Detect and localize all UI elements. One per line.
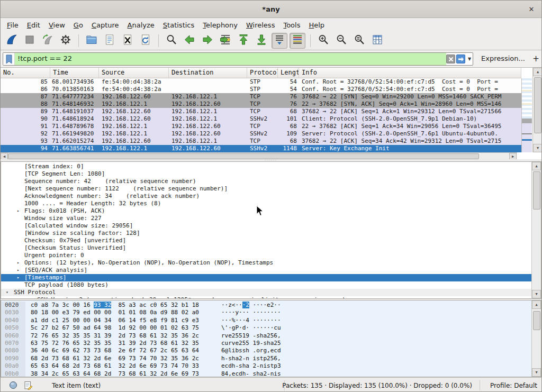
packet-list-vscrollbar[interactable]: ▲ ▼ bbox=[532, 68, 542, 152]
scroll-up-icon[interactable]: ▲ bbox=[533, 68, 542, 76]
detail-line-flags[interactable]: ▸Flags: 0x018 (PSH, ACK) bbox=[1, 207, 541, 215]
scroll-down-icon[interactable]: ▼ bbox=[533, 144, 542, 152]
hex-row[interactable]: 007063 75 72 76 65 32 35 35 31 39 2d 73 … bbox=[1, 340, 541, 347]
detail-line-timestamps-selected[interactable]: ▸[Timestamps] bbox=[1, 274, 533, 281]
stop-capture-button[interactable] bbox=[22, 33, 38, 49]
go-to-packet-button[interactable] bbox=[218, 33, 233, 49]
find-packet-button[interactable] bbox=[164, 33, 179, 49]
packet-list-minimap[interactable] bbox=[521, 78, 532, 152]
detail-line[interactable]: Checksum: 0x79ed [unverified] bbox=[1, 237, 541, 244]
hex-row[interactable]: 00b038 34 2c 65 63 64 68 2d 73 68 61 32 … bbox=[1, 370, 541, 377]
detail-line[interactable]: Acknowledgment number: 34 (relative ack … bbox=[1, 193, 541, 200]
packet-row-85[interactable]: 8568.001734936fe:54:00:d4:38:2aSTP54Conf… bbox=[1, 78, 521, 86]
save-file-button[interactable] bbox=[102, 33, 118, 49]
scroll-thumb[interactable] bbox=[533, 171, 540, 209]
auto-scroll-toggle-button[interactable] bbox=[272, 33, 287, 49]
detail-line[interactable]: [Next sequence number: 1122 (relative se… bbox=[1, 185, 541, 193]
capture-comment-icon[interactable] bbox=[24, 381, 33, 391]
column-header-time[interactable]: Time bbox=[50, 68, 99, 78]
filter-input[interactable]: !tcp.port == 22 bbox=[15, 53, 446, 65]
menu-wireless[interactable]: Wireless bbox=[242, 20, 279, 31]
column-header-source[interactable]: Source bbox=[99, 68, 169, 78]
packet-row-87[interactable]: 8771.647777234192.168.122.60192.168.122.… bbox=[1, 93, 521, 101]
menu-telephony[interactable]: Telephony bbox=[198, 20, 242, 31]
detail-line-ssh-protocol[interactable]: ▾SSH Protocol bbox=[1, 289, 533, 296]
packet-list-hscrollbar[interactable]: ◀ ▶ bbox=[1, 152, 517, 160]
menu-statistics[interactable]: Statistics bbox=[159, 20, 198, 31]
hex-row[interactable]: 0020 c0 a8 7a 3c 00 16 93 32 85 a3 ac c0… bbox=[1, 302, 541, 309]
detail-line-seq-ack[interactable]: ▸[SEQ/ACK analysis] bbox=[1, 267, 541, 274]
detail-line[interactable]: [TCP Segment Len: 1080] bbox=[1, 170, 541, 178]
close-file-button[interactable] bbox=[120, 33, 136, 49]
reload-file-button[interactable] bbox=[138, 33, 153, 49]
hex-row[interactable]: 008036 40 6c 69 62 73 73 68 2e 6f 72 67 … bbox=[1, 347, 541, 354]
column-header-info[interactable]: Info bbox=[299, 68, 521, 78]
go-to-top-button[interactable] bbox=[236, 33, 251, 49]
zoom-original-button[interactable] bbox=[351, 33, 367, 49]
menu-file[interactable]: File bbox=[3, 20, 23, 31]
menu-tools[interactable]: Tools bbox=[279, 20, 304, 31]
profile-text[interactable]: Profile: Default bbox=[490, 382, 537, 389]
detail-line[interactable]: [Calculated window size: 29056] bbox=[1, 222, 541, 230]
packet-row-88[interactable]: 8871.648146932192.168.122.1192.168.122.6… bbox=[1, 101, 521, 108]
scroll-thumb[interactable] bbox=[534, 77, 541, 133]
start-capture-button[interactable] bbox=[4, 33, 20, 49]
resize-columns-button[interactable] bbox=[369, 33, 385, 49]
hex-row[interactable]: 00a065 63 64 68 2d 73 68 61 32 2d 6e 69 … bbox=[1, 362, 541, 370]
menu-view[interactable]: View bbox=[44, 20, 69, 31]
detail-line[interactable]: Sequence number: 42 (relative sequence n… bbox=[1, 178, 541, 185]
packet-row-94-selected[interactable]: 9471.663856741192.168.122.1192.168.122.6… bbox=[1, 145, 521, 152]
packet-row-91[interactable]: 9171.648789678192.168.122.1192.168.122.6… bbox=[1, 123, 521, 130]
display-filter-field[interactable]: !tcp.port == 22 ▼ bbox=[3, 52, 473, 66]
scroll-up-icon[interactable]: ▲ bbox=[532, 162, 541, 170]
scroll-up-icon[interactable]: ▲ bbox=[532, 300, 541, 309]
detail-line[interactable]: Window size value: 227 bbox=[1, 215, 541, 222]
packet-row-93[interactable]: 9371.662015274192.168.122.60192.168.122.… bbox=[1, 138, 521, 145]
packet-row-89[interactable]: 8971.648191037192.168.122.60192.168.122.… bbox=[1, 108, 521, 115]
menu-help[interactable]: Help bbox=[304, 20, 329, 31]
detail-line[interactable]: [Stream index: 0] bbox=[1, 163, 541, 170]
scroll-thumb[interactable] bbox=[8, 153, 479, 159]
expander-icon[interactable]: ▾ bbox=[6, 289, 8, 296]
menu-go[interactable]: Go bbox=[69, 20, 87, 31]
packet-row-86[interactable]: 8670.013850163fe:54:00:d4:38:2aSTP54Conf… bbox=[1, 86, 521, 93]
hex-row[interactable]: 009068 2d 73 68 61 32 2d 6e 69 73 74 70 … bbox=[1, 355, 541, 362]
column-header-protocol[interactable]: Protocol bbox=[247, 68, 278, 78]
column-header-length[interactable]: Length bbox=[278, 68, 299, 78]
hex-row[interactable]: 0040a1 dd c1 25 00 00 04 34 06 14 f5 e8 … bbox=[1, 317, 541, 324]
expander-icon[interactable]: ▸ bbox=[17, 207, 20, 215]
filter-clear-button[interactable] bbox=[446, 54, 455, 63]
hex-row[interactable]: 006072 76 65 32 35 35 31 39 2d 73 68 61 … bbox=[1, 332, 541, 340]
menu-analyze[interactable]: Analyze bbox=[123, 20, 159, 31]
detail-line-ssh-version[interactable]: ▸SSH Version 2 (encryption:chacha20-poly… bbox=[1, 296, 541, 299]
expander-icon[interactable]: ▸ bbox=[29, 296, 32, 299]
go-back-button[interactable] bbox=[182, 33, 197, 49]
detail-line[interactable]: [Window size scaling factor: 128] bbox=[1, 230, 541, 237]
go-forward-button[interactable] bbox=[200, 33, 215, 49]
expression-button[interactable]: Expression... bbox=[481, 54, 525, 62]
filter-bookmark-icon[interactable] bbox=[3, 53, 15, 65]
expander-icon[interactable]: ▸ bbox=[17, 267, 20, 274]
expander-icon[interactable]: ▸ bbox=[17, 259, 20, 267]
details-vscrollbar[interactable]: ▲ ▼ bbox=[531, 162, 541, 298]
zoom-out-button[interactable] bbox=[333, 33, 349, 49]
scroll-down-icon[interactable]: ▼ bbox=[532, 368, 541, 377]
detail-line[interactable]: Urgent pointer: 0 bbox=[1, 252, 541, 259]
menu-edit[interactable]: Edit bbox=[23, 20, 44, 31]
packet-row-90[interactable]: 9071.648618924192.168.122.60192.168.122.… bbox=[1, 115, 521, 123]
colorize-toggle-button[interactable] bbox=[290, 33, 305, 49]
capture-options-button[interactable] bbox=[58, 33, 74, 49]
detail-line-options[interactable]: ▸Options: (12 bytes), No-Operation (NOP)… bbox=[1, 259, 541, 267]
packet-row-92[interactable]: 9271.661949820192.168.122.1192.168.122.6… bbox=[1, 130, 521, 138]
expander-icon[interactable]: ▸ bbox=[17, 274, 20, 281]
zoom-in-button[interactable] bbox=[315, 33, 331, 49]
filter-apply-button[interactable] bbox=[456, 54, 465, 63]
detail-line-tcp-payload[interactable]: TCP payload (1080 bytes) bbox=[1, 281, 541, 289]
detail-line[interactable]: 1000 .... = Header Length: 32 bytes (8) bbox=[1, 200, 541, 207]
bytes-vscrollbar[interactable]: ▲ ▼ bbox=[531, 300, 541, 377]
detail-line[interactable]: [Checksum Status: Unverified] bbox=[1, 244, 541, 252]
column-header-destination[interactable]: Destination bbox=[169, 68, 247, 78]
go-to-bottom-button[interactable] bbox=[254, 33, 269, 49]
hex-row[interactable]: 003080 18 00 e3 79 ed 00 00 01 01 08 0a … bbox=[1, 309, 541, 316]
scroll-thumb[interactable] bbox=[533, 311, 540, 330]
